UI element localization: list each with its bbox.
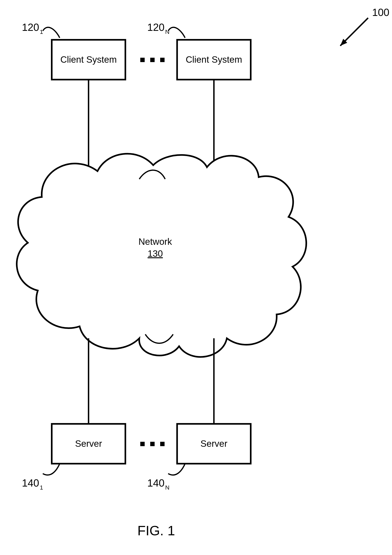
server-label-n: Server [200,438,227,449]
ellipsis-clients [140,58,165,62]
svg-rect-11 [160,442,165,446]
client-label-1: Client System [60,54,117,65]
server-ref-n-base: 140 [147,477,165,489]
server-label-1: Server [75,438,102,449]
client-ref-1-sub: 1 [40,29,43,35]
svg-rect-4 [140,58,145,62]
network-ref: 130 [148,248,163,259]
figure-ref: 100 [372,7,389,18]
client-box-n: Client System [177,40,251,80]
client-ref-n-base: 120 [147,22,165,33]
client-label-n: Client System [186,54,242,65]
figure-ref-arrow: 100 [340,7,389,46]
server-ref-n-sub: N [165,484,169,491]
server-ref-1-base: 140 [22,477,39,489]
ellipsis-servers [140,442,165,446]
svg-rect-10 [150,442,155,446]
network-cloud: Network 130 [17,154,306,357]
svg-rect-6 [160,58,165,62]
server-box-1: Server [52,424,125,464]
server-ref-1-sub: 1 [40,484,43,491]
client-box-1: Client System [52,40,125,80]
figure-svg: 100 Client System 120 1 Client System 12… [0,0,392,555]
network-label: Network [138,236,172,247]
client-ref-n-sub: N [165,29,169,35]
svg-rect-9 [140,442,145,446]
client-ref-1-base: 120 [22,22,39,33]
svg-rect-5 [150,58,155,62]
server-box-n: Server [177,424,251,464]
figure-caption: FIG. 1 [138,523,175,538]
